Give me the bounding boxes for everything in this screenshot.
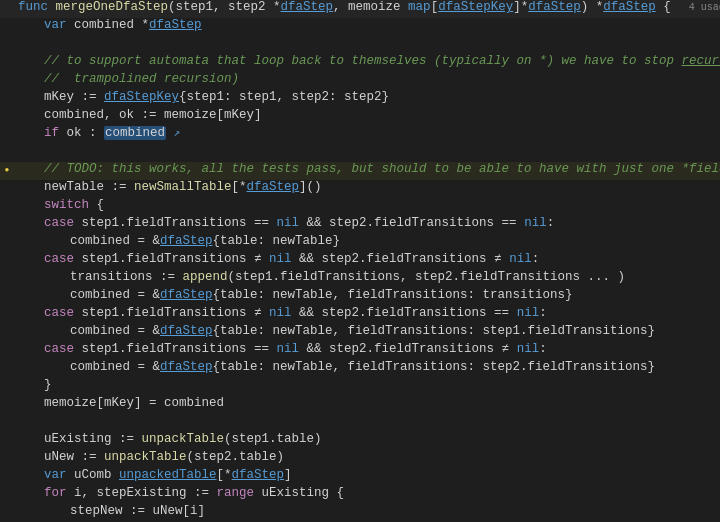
code-line-14: combined = &dfaStep{table: newTable}	[0, 234, 720, 252]
code-content-4: // to support automata that loop back to…	[14, 54, 720, 68]
code-content-11: newTable := newSmallTable[*dfaStep]()	[14, 180, 720, 194]
code-line-19: combined = &dfaStep{table: newTable, fie…	[0, 324, 720, 342]
code-editor: func mergeOneDfaStep(step1, step2 *dfaSt…	[0, 0, 720, 522]
code-line-2: var combined *dfaStep	[0, 18, 720, 36]
code-content-25: uExisting := unpackTable(step1.table)	[14, 432, 720, 446]
code-content-18: case step1.fieldTransitions ≠ nil && ste…	[14, 306, 720, 320]
code-line-20: case step1.fieldTransitions == nil && st…	[0, 342, 720, 360]
code-line-11: newTable := newSmallTable[*dfaStep]()	[0, 180, 720, 198]
code-line-9	[0, 144, 720, 162]
code-content-27: var uComb unpackedTable[*dfaStep]	[14, 468, 720, 482]
code-line-23: memoize[mKey] = combined	[0, 396, 720, 414]
code-line-8: if ok : combined ↗	[0, 126, 720, 144]
code-line-12: switch {	[0, 198, 720, 216]
code-content-26: uNew := unpackTable(step2.table)	[14, 450, 720, 464]
code-line-29: stepNew := uNew[i]	[0, 504, 720, 522]
code-content-22: }	[14, 378, 720, 392]
code-line-10: ●// TODO: this works, all the tests pass…	[0, 162, 720, 180]
code-line-27: var uComb unpackedTable[*dfaStep]	[0, 468, 720, 486]
code-line-24	[0, 414, 720, 432]
code-line-21: combined = &dfaStep{table: newTable, fie…	[0, 360, 720, 378]
code-line-7: combined, ok := memoize[mKey]	[0, 108, 720, 126]
code-line-28: for i, stepExisting := range uExisting {	[0, 486, 720, 504]
code-line-22: }	[0, 378, 720, 396]
code-content-13: case step1.fieldTransitions == nil && st…	[14, 216, 720, 230]
code-content-21: combined = &dfaStep{table: newTable, fie…	[14, 360, 720, 374]
code-content-12: switch {	[14, 198, 720, 212]
code-line-4: // to support automata that loop back to…	[0, 54, 720, 72]
gutter-10: ●	[0, 165, 14, 174]
code-line-18: case step1.fieldTransitions ≠ nil && ste…	[0, 306, 720, 324]
code-content-29: stepNew := uNew[i]	[14, 504, 720, 518]
code-line-17: combined = &dfaStep{table: newTable, fie…	[0, 288, 720, 306]
code-content-7: combined, ok := memoize[mKey]	[14, 108, 720, 122]
code-line-13: case step1.fieldTransitions == nil && st…	[0, 216, 720, 234]
code-line-15: case step1.fieldTransitions ≠ nil && ste…	[0, 252, 720, 270]
code-line-3	[0, 36, 720, 54]
code-line-25: uExisting := unpackTable(step1.table)	[0, 432, 720, 450]
code-content-5: // trampolined recursion)	[14, 72, 720, 86]
code-content-20: case step1.fieldTransitions == nil && st…	[14, 342, 720, 356]
code-content-14: combined = &dfaStep{table: newTable}	[14, 234, 720, 248]
code-content-10: // TODO: this works, all the tests pass,…	[14, 162, 720, 176]
code-line-26: uNew := unpackTable(step2.table)	[0, 450, 720, 468]
code-content-16: transitions := append(step1.fieldTransit…	[14, 270, 720, 284]
code-content-19: combined = &dfaStep{table: newTable, fie…	[14, 324, 720, 338]
code-line-5: // trampolined recursion)	[0, 72, 720, 90]
code-content-8: if ok : combined ↗	[14, 126, 720, 140]
code-content-6: mKey := dfaStepKey{step1: step1, step2: …	[14, 90, 720, 104]
code-content-28: for i, stepExisting := range uExisting {	[14, 486, 720, 500]
code-line-16: transitions := append(step1.fieldTransit…	[0, 270, 720, 288]
code-line-1: func mergeOneDfaStep(step1, step2 *dfaSt…	[0, 0, 720, 18]
code-line-6: mKey := dfaStepKey{step1: step1, step2: …	[0, 90, 720, 108]
code-content-17: combined = &dfaStep{table: newTable, fie…	[14, 288, 720, 302]
code-content-1: func mergeOneDfaStep(step1, step2 *dfaSt…	[14, 0, 720, 14]
code-content-2: var combined *dfaStep	[14, 18, 720, 32]
code-content-15: case step1.fieldTransitions ≠ nil && ste…	[14, 252, 720, 266]
code-content-23: memoize[mKey] = combined	[14, 396, 720, 410]
